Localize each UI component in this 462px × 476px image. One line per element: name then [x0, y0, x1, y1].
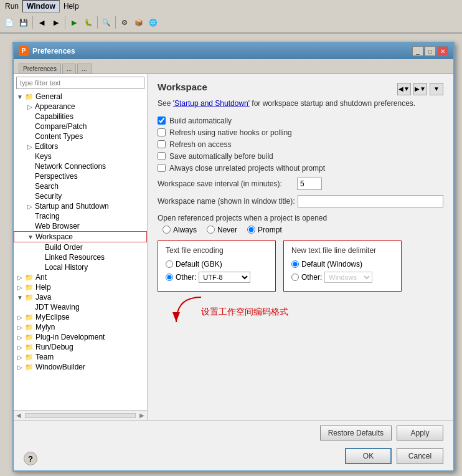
tree-item-workspace[interactable]: ▼ Workspace: [14, 231, 147, 242]
tree-item-keys[interactable]: Keys: [14, 151, 147, 161]
tb-extra-1[interactable]: ⚙: [118, 16, 131, 29]
tb-debug-btn[interactable]: 🐛: [82, 16, 95, 29]
tree-item-ant[interactable]: ▷ 📁 Ant: [14, 272, 147, 282]
tb-search-btn[interactable]: 🔍: [100, 16, 113, 29]
expand-linked-resources: [36, 254, 44, 261]
workspace-name-input[interactable]: [298, 195, 443, 207]
radio-prompt-input[interactable]: [247, 226, 255, 234]
option-build-auto: Build automatically: [158, 117, 443, 125]
tree-item-windowbuilder[interactable]: ▷ 📁 WindowBuilder: [14, 362, 147, 372]
menu-window[interactable]: Window: [22, 0, 60, 12]
tb-sep-1: [32, 16, 33, 29]
nav-back-button[interactable]: ◀▼: [397, 83, 411, 95]
tree-label-security: Security: [35, 192, 62, 201]
save-interval-input[interactable]: [297, 178, 322, 190]
tree-item-search[interactable]: Search: [14, 181, 147, 191]
tree-label-capabilities: Capabilities: [35, 112, 73, 121]
radio-never-label: Never: [217, 226, 237, 234]
folder-java: 📁: [25, 293, 34, 302]
tree-item-build-order[interactable]: Build Order: [14, 242, 147, 252]
desc-prefix: See: [158, 99, 173, 108]
tree-label-jdt-weaving: JDT Weaving: [35, 303, 80, 312]
tb-extra-2[interactable]: 📦: [132, 16, 146, 29]
radio-always[interactable]: Always: [163, 226, 197, 234]
tb-fwd-btn[interactable]: ▶: [49, 16, 63, 29]
filter-input[interactable]: [16, 77, 144, 89]
radio-gbk-input[interactable]: [166, 260, 173, 268]
tab-2[interactable]: ...: [62, 64, 76, 74]
tree-item-content-types[interactable]: Content Types: [14, 131, 147, 141]
tree-item-security[interactable]: Security: [14, 191, 147, 201]
radio-never[interactable]: Never: [207, 226, 237, 234]
tree-item-mylyn[interactable]: ▷ 📁 Mylyn: [14, 322, 147, 332]
ok-button[interactable]: OK: [345, 448, 392, 464]
tb-back-btn[interactable]: ◀: [35, 16, 49, 29]
apply-button[interactable]: Apply: [397, 426, 443, 440]
checkbox-save-before-build[interactable]: [158, 152, 166, 160]
tb-new-btn[interactable]: 📄: [2, 16, 16, 29]
checkbox-build-auto[interactable]: [158, 117, 166, 125]
delimiter-select[interactable]: Windows Unix Mac OS X: [324, 272, 372, 283]
tb-extra-3[interactable]: 🌐: [146, 16, 160, 29]
tree-item-appearance[interactable]: ▷ Appearance: [14, 102, 147, 112]
tree-item-startup[interactable]: ▷ Startup and Shutdown: [14, 201, 147, 211]
tree-item-run-debug[interactable]: ▷ 📁 Run/Debug: [14, 342, 147, 352]
tree-item-linked-resources[interactable]: Linked Resources: [14, 252, 147, 262]
tab-3[interactable]: ...: [77, 64, 91, 74]
radio-prompt-label: Prompt: [258, 226, 282, 234]
tree-item-editors[interactable]: ▷ Editors: [14, 141, 147, 151]
tree-item-general[interactable]: ▼ 📁 General: [14, 92, 147, 102]
tree-item-plugin-dev[interactable]: ▷ 📁 Plug-in Development: [14, 332, 147, 342]
tree-item-tracing[interactable]: Tracing: [14, 211, 147, 221]
close-button[interactable]: ✕: [437, 46, 448, 56]
tree-item-java[interactable]: ▼ 📁 Java: [14, 292, 147, 302]
cancel-button[interactable]: Cancel: [397, 448, 443, 464]
label-refresh-access: Refresh on access: [169, 140, 231, 149]
checkbox-refresh-native[interactable]: [158, 128, 166, 136]
menu-run[interactable]: Run: [1, 1, 22, 12]
menu-bar: Run Window Help: [0, 0, 462, 12]
radio-never-input[interactable]: [207, 226, 215, 234]
expand-network: [26, 163, 34, 170]
desc-link[interactable]: 'Startup and Shutdown': [173, 99, 250, 108]
expand-help: ▷: [16, 283, 24, 291]
tree-item-local-history[interactable]: Local History: [14, 262, 147, 272]
tree-item-help[interactable]: ▷ 📁 Help: [14, 282, 147, 292]
radio-prompt[interactable]: Prompt: [247, 226, 282, 234]
folder-run-debug: 📁: [25, 343, 34, 351]
nav-forward-button[interactable]: ▶▼: [413, 83, 427, 95]
tab-1[interactable]: Preferences: [19, 64, 61, 74]
maximize-button[interactable]: □: [425, 46, 436, 56]
tree-item-web-browser[interactable]: Web Browser: [14, 221, 147, 231]
tree-item-network[interactable]: Network Connections: [14, 161, 147, 171]
radio-gbk-label: Default (GBK): [176, 260, 222, 269]
radio-delimiter-other-input[interactable]: [291, 274, 299, 281]
open-project-section: Open referenced projects when a project …: [158, 214, 443, 234]
tree-scroll-bottom: ◀ ▶: [14, 410, 147, 420]
expand-compare: [26, 123, 34, 130]
tb-save-btn[interactable]: 💾: [17, 16, 31, 29]
nav-dropdown-button[interactable]: ▼: [430, 83, 443, 95]
restore-defaults-button[interactable]: Restore Defaults: [320, 426, 392, 440]
minimize-button[interactable]: _: [412, 46, 423, 56]
tree-item-capabilities[interactable]: Capabilities: [14, 112, 147, 121]
tree-item-jdt-weaving[interactable]: JDT Weaving: [14, 302, 147, 312]
encoding-select[interactable]: UTF-8 UTF-16 ISO-8859-1 GBK: [199, 272, 250, 283]
tree-item-team[interactable]: ▷ 📁 Team: [14, 352, 147, 362]
radio-other-input[interactable]: [166, 274, 173, 281]
radio-delimiter-default-input[interactable]: [291, 260, 299, 268]
tree-label-general: General: [35, 92, 62, 101]
tree-item-myeclipse[interactable]: ▷ 📁 MyEclipse: [14, 312, 147, 322]
save-interval-row: Workspace save interval (in minutes):: [158, 178, 443, 190]
menu-help[interactable]: Help: [60, 1, 83, 12]
radio-always-input[interactable]: [163, 226, 171, 234]
dialog-icon: P: [19, 46, 29, 56]
tb-run-btn[interactable]: ▶: [67, 16, 81, 29]
annotation-text: 设置工作空间编码格式: [201, 307, 288, 318]
checkbox-refresh-access[interactable]: [158, 140, 166, 148]
help-icon[interactable]: ?: [24, 452, 37, 465]
tab-bar: Preferences ... ...: [14, 59, 453, 74]
tree-item-compare[interactable]: Compare/Patch: [14, 121, 147, 131]
tree-item-perspectives[interactable]: Perspectives: [14, 171, 147, 181]
checkbox-close-unrelated[interactable]: [158, 164, 166, 172]
